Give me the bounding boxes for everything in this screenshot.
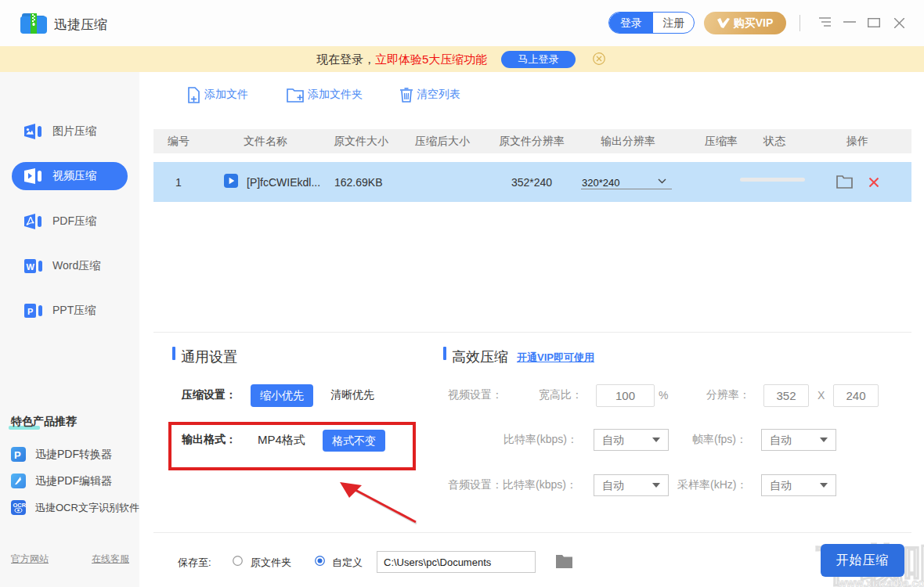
svg-text:W: W	[26, 262, 34, 272]
svg-text:OCR: OCR	[13, 502, 27, 509]
svg-text:P: P	[14, 449, 21, 461]
svg-text:P: P	[27, 307, 33, 316]
